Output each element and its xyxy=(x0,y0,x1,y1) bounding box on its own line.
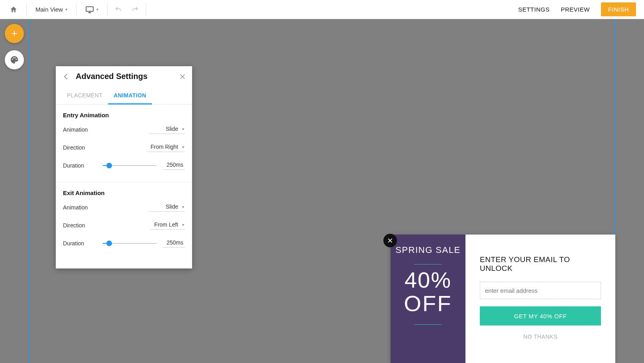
popup-close-button[interactable] xyxy=(383,234,397,247)
exit-animation-section: Exit Animation Animation Slide ▾ Directi… xyxy=(56,182,192,268)
exit-duration-slider[interactable] xyxy=(103,243,157,244)
sale-off: OFF xyxy=(404,292,452,316)
view-dropdown[interactable]: Main View ▾ xyxy=(29,0,74,19)
top-toolbar: Main View ▾ ▾ SETTINGS PREVIEW FINISH xyxy=(0,0,644,19)
no-thanks-link[interactable]: NO THANKS xyxy=(480,333,601,340)
select-value: From Left xyxy=(154,221,178,228)
settings-link[interactable]: SETTINGS xyxy=(518,6,550,13)
view-label: Main View xyxy=(35,6,63,13)
separator xyxy=(26,4,27,16)
animation-label: Animation xyxy=(63,204,100,211)
divider xyxy=(414,324,442,325)
entry-duration-slider[interactable] xyxy=(103,165,157,166)
separator xyxy=(107,4,108,16)
exit-duration-value[interactable]: 250ms xyxy=(163,239,185,248)
slider-knob[interactable] xyxy=(106,241,112,246)
add-element-button[interactable] xyxy=(5,24,24,43)
chevron-down-icon: ▾ xyxy=(182,223,184,227)
select-value: From Right xyxy=(151,144,178,150)
palette-icon xyxy=(10,55,19,64)
duration-label: Duration xyxy=(63,240,100,247)
arrow-left-icon xyxy=(62,73,70,81)
entry-animation-section: Entry Animation Animation Slide ▾ Direct… xyxy=(56,105,192,182)
duration-label: Duration xyxy=(63,162,100,169)
separator xyxy=(146,4,146,16)
back-button[interactable] xyxy=(62,73,70,81)
chevron-down-icon: ▾ xyxy=(182,205,184,209)
undo-button[interactable] xyxy=(110,0,127,19)
sale-percentage: 40% xyxy=(404,268,452,292)
plus-icon xyxy=(10,30,18,37)
preview-link[interactable]: PREVIEW xyxy=(561,6,590,13)
close-icon xyxy=(179,73,186,80)
direction-label: Direction xyxy=(63,144,100,151)
home-icon xyxy=(10,6,18,14)
redo-icon xyxy=(131,6,139,13)
side-toolbar xyxy=(5,24,24,69)
animation-label: Animation xyxy=(63,126,100,133)
entry-direction-select[interactable]: From Right ▾ xyxy=(148,143,185,152)
popup-preview[interactable]: SPRING SALE 40% OFF ENTER YOUR EMAIL TO … xyxy=(391,235,615,363)
separator xyxy=(76,4,77,16)
close-icon xyxy=(387,238,393,243)
popup-heading: ENTER YOUR EMAIL TO UNLOCK xyxy=(480,255,601,273)
section-title: Entry Animation xyxy=(63,112,185,118)
svg-rect-0 xyxy=(86,6,93,11)
undo-icon xyxy=(114,6,123,13)
select-value: Slide xyxy=(166,203,178,210)
sale-title: SPRING SALE xyxy=(395,245,460,255)
finish-button[interactable]: FINISH xyxy=(601,2,636,16)
device-dropdown[interactable]: ▾ xyxy=(79,0,105,19)
select-value: Slide xyxy=(166,126,178,132)
tab-placement[interactable]: PLACEMENT xyxy=(61,87,108,104)
slider-knob[interactable] xyxy=(106,163,112,168)
exit-direction-select[interactable]: From Left ▾ xyxy=(149,221,185,230)
panel-title: Advanced Settings xyxy=(76,72,179,81)
chevron-down-icon: ▾ xyxy=(96,7,98,12)
theme-button[interactable] xyxy=(5,50,24,69)
entry-duration-value[interactable]: 250ms xyxy=(163,161,185,170)
tab-animation[interactable]: ANIMATION xyxy=(108,87,152,105)
entry-animation-select[interactable]: Slide ▾ xyxy=(149,125,185,134)
cta-button[interactable]: GET MY 40% OFF xyxy=(480,306,601,326)
section-title: Exit Animation xyxy=(63,189,185,196)
home-button[interactable] xyxy=(3,0,24,19)
guide-line-left xyxy=(29,19,29,363)
chevron-down-icon: ▾ xyxy=(182,145,184,149)
panel-close-button[interactable] xyxy=(179,73,186,80)
popup-left-panel: SPRING SALE 40% OFF xyxy=(391,235,465,363)
exit-animation-select[interactable]: Slide ▾ xyxy=(149,203,185,212)
redo-button[interactable] xyxy=(127,0,143,19)
direction-label: Direction xyxy=(63,222,100,229)
popup-right-panel: ENTER YOUR EMAIL TO UNLOCK GET MY 40% OF… xyxy=(465,235,615,363)
chevron-down-icon: ▾ xyxy=(182,127,184,131)
divider xyxy=(414,264,442,264)
advanced-settings-panel: Advanced Settings PLACEMENT ANIMATION En… xyxy=(56,66,192,268)
editor-canvas[interactable]: Advanced Settings PLACEMENT ANIMATION En… xyxy=(0,19,644,363)
desktop-icon xyxy=(85,6,94,13)
chevron-down-icon: ▾ xyxy=(65,7,67,12)
email-field[interactable] xyxy=(480,282,601,299)
